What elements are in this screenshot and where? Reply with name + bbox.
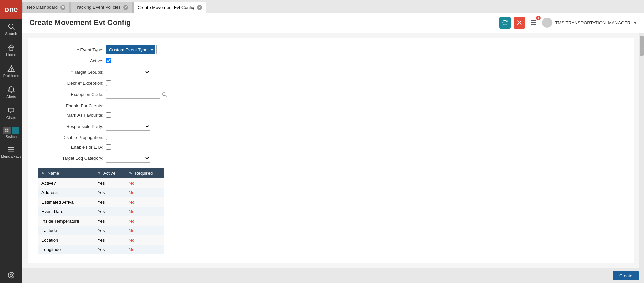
data-table: ✎ Name ✎ Active ✎ Required xyxy=(38,168,164,254)
table-header: ✎ Name ✎ Active ✎ Required xyxy=(38,168,164,178)
svg-rect-6 xyxy=(7,129,9,130)
table-row: Active? Yes No xyxy=(38,178,164,188)
cell-active: Yes xyxy=(94,197,125,207)
svg-point-4 xyxy=(11,70,12,71)
cell-required: No xyxy=(125,216,164,226)
transfer-icon xyxy=(13,128,18,133)
sidebar-item-problems[interactable]: Problems xyxy=(0,61,22,82)
main-area: Neo Dashboard ✕ Tracking Event Policies … xyxy=(22,0,644,283)
cell-required: No xyxy=(125,245,164,254)
cell-name: Estimated Arrival xyxy=(38,197,94,207)
cell-required: No xyxy=(125,207,164,216)
cell-active: Yes xyxy=(94,216,125,226)
event-type-group: Custom Event Type xyxy=(106,45,258,54)
active-checkbox[interactable] xyxy=(106,58,111,63)
form-scroll-area: * Event Type: Custom Event Type Active: xyxy=(22,33,644,268)
cell-required: No xyxy=(125,188,164,197)
active-row: Active: xyxy=(38,58,624,63)
enable-clients-checkbox[interactable] xyxy=(106,103,111,108)
tab-create-movement[interactable]: Create Movement Evt Config ✕ xyxy=(133,2,206,13)
content-area: Create Movement Evt Config ☰ 1 xyxy=(22,13,644,283)
mark-favourite-checkbox[interactable] xyxy=(106,112,111,118)
table-row: Longitude Yes No xyxy=(38,245,164,254)
exception-code-search-button[interactable] xyxy=(160,90,169,98)
edit-icon-required: ✎ xyxy=(129,171,132,176)
col-required: ✎ Required xyxy=(125,168,164,178)
enable-clients-row: Enable For Clients: xyxy=(38,103,624,108)
debrief-exception-checkbox[interactable] xyxy=(106,80,111,86)
table-row: Estimated Arrival Yes No xyxy=(38,197,164,207)
exception-code-label: Exception Code: xyxy=(38,92,106,97)
table-row: Event Date Yes No xyxy=(38,207,164,216)
event-type-input[interactable] xyxy=(156,45,258,54)
enable-eta-checkbox[interactable] xyxy=(106,144,111,150)
scrollbar-track[interactable] xyxy=(639,33,644,268)
svg-rect-2 xyxy=(10,48,13,51)
responsible-party-label: Responsible Party: xyxy=(38,124,106,129)
user-area[interactable]: TMS.TRANSPORTATION_MANAGER ▼ xyxy=(542,18,637,28)
target-log-row: Target Log Category: xyxy=(38,154,624,163)
table-row: Address Yes No xyxy=(38,188,164,197)
cell-active: Yes xyxy=(94,207,125,216)
sidebar-label-menus: Menus/Favs xyxy=(1,154,21,158)
tab-neo-dashboard-close[interactable]: ✕ xyxy=(60,5,65,10)
cell-name: Location xyxy=(38,235,94,245)
cell-name: Latitude xyxy=(38,226,94,235)
chat-icon xyxy=(7,107,15,114)
mark-favourite-row: Mark As Favourite: xyxy=(38,112,624,118)
magnifier-icon xyxy=(162,92,167,97)
cell-name: Address xyxy=(38,188,94,197)
sidebar-label-home: Home xyxy=(6,53,16,57)
event-type-select[interactable]: Custom Event Type xyxy=(106,45,155,54)
svg-rect-5 xyxy=(5,129,7,130)
cell-active: Yes xyxy=(94,178,125,188)
sidebar-item-settings[interactable] xyxy=(0,267,22,283)
tab-neo-dashboard-label: Neo Dashboard xyxy=(27,5,58,10)
target-groups-row: * Target Groups: xyxy=(38,68,624,76)
sidebar-item-home[interactable]: Home xyxy=(0,40,22,61)
col-active: ✎ Active xyxy=(94,168,125,178)
exception-code-input[interactable] xyxy=(106,90,160,99)
cell-required: No xyxy=(125,226,164,235)
target-log-select[interactable] xyxy=(106,154,150,163)
table-row: Latitude Yes No xyxy=(38,226,164,235)
cell-required: No xyxy=(125,235,164,245)
create-button[interactable]: Create xyxy=(613,271,639,280)
cell-name: Longitude xyxy=(38,245,94,254)
scrollbar-thumb[interactable] xyxy=(640,36,644,56)
sidebar-item-switch[interactable]: Switch xyxy=(0,124,22,142)
responsible-party-row: Responsible Party: xyxy=(38,122,624,131)
tab-create-movement-close[interactable]: ✕ xyxy=(197,5,202,10)
sidebar-label-search: Search xyxy=(5,32,17,36)
svg-point-12 xyxy=(8,272,14,278)
svg-point-13 xyxy=(10,274,12,276)
refresh-button[interactable] xyxy=(499,17,511,29)
sidebar-item-chats[interactable]: Chats xyxy=(0,103,22,124)
user-dropdown-arrow: ▼ xyxy=(633,20,637,25)
sidebar: one Search Home Problems Alerts Chats Sw… xyxy=(0,0,22,283)
enable-eta-label: Enable For ETA: xyxy=(38,145,106,150)
debrief-exception-row: Debrief Exception: xyxy=(38,80,624,86)
sidebar-item-search[interactable]: Search xyxy=(0,19,22,40)
exception-code-row: Exception Code: xyxy=(38,90,624,99)
tab-neo-dashboard[interactable]: Neo Dashboard ✕ xyxy=(22,2,70,13)
disable-propagation-checkbox[interactable] xyxy=(106,135,111,140)
close-button[interactable] xyxy=(514,17,525,29)
settings-icon xyxy=(7,271,15,279)
app-logo[interactable]: one xyxy=(0,0,22,19)
target-groups-select[interactable] xyxy=(106,68,150,76)
target-log-label: Target Log Category: xyxy=(38,156,106,161)
event-type-label: * Event Type: xyxy=(38,47,106,52)
tab-tracking-event-policies[interactable]: Tracking Event Policies ✕ xyxy=(70,2,133,13)
tab-bar: Neo Dashboard ✕ Tracking Event Policies … xyxy=(22,0,644,13)
sidebar-label-chats: Chats xyxy=(6,116,16,120)
sidebar-item-menus[interactable]: Menus/Favs xyxy=(0,142,22,163)
responsible-party-select[interactable] xyxy=(106,122,150,131)
sidebar-item-alerts[interactable]: Alerts xyxy=(0,82,22,103)
refresh-icon xyxy=(502,20,508,26)
tab-tracking-close[interactable]: ✕ xyxy=(123,5,128,10)
close-icon xyxy=(516,20,522,26)
cell-required: No xyxy=(125,178,164,188)
tab-create-movement-label: Create Movement Evt Config xyxy=(138,5,194,10)
search-icon xyxy=(7,23,15,30)
